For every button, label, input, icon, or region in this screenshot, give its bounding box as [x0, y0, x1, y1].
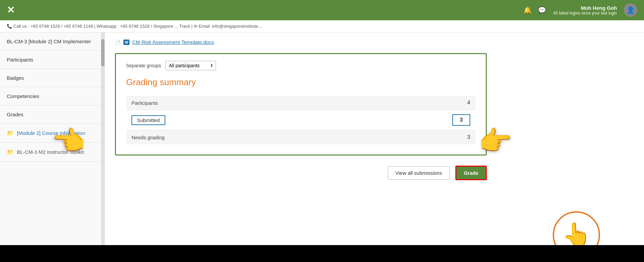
- sidebar-item-competencies[interactable]: Competencies: [0, 87, 104, 105]
- sidebar: BL-CM-3 [Module 2] CM Implementer Partic…: [0, 32, 105, 262]
- groups-label: Separate groups: [126, 63, 161, 68]
- summary-table: Participants 4 Submitted 3 Nee: [126, 96, 476, 144]
- table-row-needs-grading: Needs grading 3: [126, 130, 476, 145]
- actions-row: View all submissions Grade: [115, 166, 487, 180]
- table-row-participants: Participants 4: [126, 96, 476, 110]
- sidebar-item-badges[interactable]: Badges: [0, 69, 104, 87]
- main-layout: BL-CM-3 [Module 2] CM Implementer Partic…: [0, 32, 644, 262]
- second-bar: 📞 Call us : +65 6748 1528 / +65 6748 114…: [0, 20, 644, 32]
- grade-button[interactable]: Grade: [455, 166, 487, 180]
- table-cell-participants-value: 4: [338, 96, 476, 110]
- table-cell-participants-label: Participants: [126, 96, 338, 110]
- sidebar-item-course-info[interactable]: 📁 [Module 2] Course Information: [0, 124, 104, 143]
- folder-icon-1: 📁: [7, 130, 14, 136]
- top-bar-right: 🔔 💬 Moh Heng Goh 45 failed logins since …: [523, 3, 637, 17]
- file-prefix-icon: 📄: [115, 40, 121, 45]
- top-bar-icons: 🔔 💬: [523, 6, 546, 14]
- file-link[interactable]: 📄 W CM Risk Assessment Template.docx: [115, 39, 634, 45]
- file-name: CM Risk Assessment Template.docx: [132, 39, 214, 45]
- bell-icon[interactable]: 🔔: [523, 6, 532, 14]
- sidebar-scrollbar[interactable]: [101, 32, 104, 262]
- table-row-submitted: Submitted 3: [126, 110, 476, 130]
- submitted-badge[interactable]: Submitted: [132, 115, 165, 125]
- top-bar: ✕ 🔔 💬 Moh Heng Goh 45 failed logins sinc…: [0, 0, 644, 20]
- view-all-submissions-button[interactable]: View all submissions: [388, 166, 450, 180]
- groups-select-wrapper[interactable]: All participants ⬍: [165, 61, 216, 70]
- grading-box: Separate groups All participants ⬍ Gradi…: [115, 53, 487, 156]
- table-cell-submitted-label: Submitted: [126, 110, 338, 130]
- close-button[interactable]: ✕: [7, 5, 15, 15]
- table-cell-needs-grading-label: Needs grading: [126, 130, 338, 145]
- groups-select[interactable]: All participants: [165, 61, 216, 70]
- black-bottom-strip: [0, 245, 644, 262]
- avatar: 👤: [624, 3, 637, 17]
- chat-icon[interactable]: 💬: [538, 6, 546, 14]
- sidebar-scrollbar-thumb: [101, 39, 104, 66]
- table-cell-submitted-value: 3: [338, 110, 476, 130]
- folder-icon-2: 📁: [7, 149, 14, 155]
- table-cell-needs-grading-value: 3: [338, 130, 476, 145]
- sidebar-item-participants[interactable]: Participants: [0, 51, 104, 69]
- sidebar-item-grades[interactable]: Grades: [0, 105, 104, 124]
- submitted-count-badge: 3: [452, 114, 470, 126]
- user-name: Moh Heng Goh: [553, 5, 617, 11]
- sidebar-item-toolkit[interactable]: 📁 BL-CM-3 M2 Instructor Toolkit: [0, 143, 104, 162]
- sidebar-course-title: BL-CM-3 [Module 2] CM Implementer: [0, 32, 104, 51]
- groups-row: Separate groups All participants ⬍: [126, 61, 476, 70]
- grading-title: Grading summary: [126, 77, 476, 88]
- contact-info: 📞 Call us : +65 6748 1528 / +65 6748 114…: [7, 24, 262, 29]
- content-area: 📄 W CM Risk Assessment Template.docx Sep…: [105, 32, 644, 262]
- word-icon: W: [123, 40, 129, 45]
- user-subtitle: 45 failed logins since your last login: [553, 11, 617, 16]
- user-info: Moh Heng Goh 45 failed logins since your…: [553, 5, 617, 16]
